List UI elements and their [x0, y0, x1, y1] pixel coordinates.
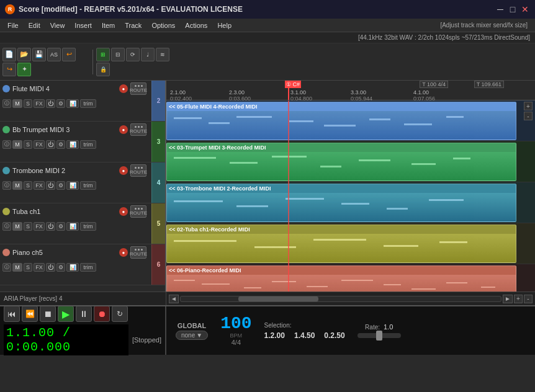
- toolbar-open[interactable]: 📂: [17, 48, 31, 61]
- record-button[interactable]: ⏺: [94, 306, 110, 322]
- track-solo-2[interactable]: S: [24, 140, 32, 149]
- menu-file[interactable]: File: [2, 20, 24, 30]
- track-mute-4[interactable]: M: [12, 222, 22, 231]
- track-clip-4[interactable]: << 02-Tuba ch1-Recorded MIDI: [166, 225, 516, 263]
- track-fx-5[interactable]: FX: [34, 263, 45, 272]
- track-pwr-3[interactable]: ⏻: [46, 181, 55, 190]
- track-io-1[interactable]: ⓘ: [2, 99, 11, 108]
- track-arm-2[interactable]: ●: [119, 125, 128, 134]
- track-io-4[interactable]: ⓘ: [2, 222, 11, 231]
- toolbar-save-as[interactable]: AS: [47, 48, 61, 61]
- ruler-label-2: 2.3.000:03.600: [229, 89, 251, 102]
- track-arm-1[interactable]: ●: [119, 84, 128, 93]
- skip-start-button[interactable]: ⏮: [4, 306, 20, 322]
- maximize-button[interactable]: □: [508, 4, 518, 14]
- track-mute-2[interactable]: M: [12, 140, 22, 149]
- track-solo-1[interactable]: S: [24, 99, 32, 108]
- track-route-2[interactable]: ROUTE: [130, 123, 146, 136]
- track-env-1[interactable]: ⚙: [56, 99, 65, 108]
- track-io-2[interactable]: ⓘ: [2, 140, 11, 149]
- menu-edit[interactable]: Edit: [24, 20, 45, 30]
- repeat-button[interactable]: ↻: [112, 306, 128, 322]
- scroll-left-btn[interactable]: ◄: [169, 295, 179, 303]
- track-fx-1[interactable]: FX: [34, 99, 45, 108]
- track-fx-3[interactable]: FX: [34, 181, 45, 190]
- menu-options[interactable]: Options: [146, 20, 180, 30]
- rate-slider[interactable]: [357, 333, 401, 338]
- stop-button[interactable]: ⏹: [40, 306, 56, 322]
- track-clip-1[interactable]: << 05-Flute MIDI 4-Recorded MIDI: [166, 102, 516, 140]
- toolbar-metro[interactable]: ♩: [141, 48, 155, 61]
- track-vol-1[interactable]: 📊: [66, 99, 79, 108]
- menu-help[interactable]: Help: [212, 20, 236, 30]
- track-arm-3[interactable]: ●: [119, 166, 128, 175]
- menu-actions[interactable]: Actions: [180, 20, 212, 30]
- track-trim-1[interactable]: trim: [80, 99, 96, 108]
- toolbar-snap[interactable]: ⊞: [96, 48, 110, 61]
- track-pwr-5[interactable]: ⏻: [46, 263, 55, 272]
- toolbar-ripple[interactable]: ≋: [156, 48, 169, 61]
- skip-back-button[interactable]: ⏪: [22, 306, 38, 322]
- menu-view[interactable]: View: [45, 20, 70, 30]
- track-mute-3[interactable]: M: [12, 181, 22, 190]
- track-route-3[interactable]: ROUTE: [130, 164, 146, 177]
- track-clip-2[interactable]: << 03-Trumpet MIDI 3-Recorded MIDI: [166, 143, 516, 181]
- h-scrollbar[interactable]: ◄ ► + -: [166, 292, 535, 305]
- track-mute-1[interactable]: M: [12, 99, 22, 108]
- toolbar-lock[interactable]: 🔒: [96, 63, 110, 76]
- scroll-right-btn[interactable]: ►: [503, 295, 513, 303]
- toolbar-cursor[interactable]: ✦: [17, 63, 31, 76]
- menu-track[interactable]: Track: [120, 20, 146, 30]
- toolbar-new[interactable]: 📄: [2, 48, 16, 61]
- pause-button[interactable]: ⏸: [76, 306, 92, 322]
- track-arm-4[interactable]: ●: [119, 207, 128, 216]
- track-pwr-2[interactable]: ⏻: [46, 140, 55, 149]
- toolbar-redo[interactable]: ↪: [2, 63, 16, 76]
- toolbar-undo[interactable]: ↩: [62, 48, 76, 61]
- track-fx-2[interactable]: FX: [34, 140, 45, 149]
- track-vol-2[interactable]: 📊: [66, 140, 79, 149]
- play-button[interactable]: ▶: [58, 306, 74, 322]
- track-arm-5[interactable]: ●: [119, 248, 128, 257]
- arrange-zoom-plus[interactable]: +: [514, 295, 523, 303]
- track-mute-5[interactable]: M: [12, 263, 22, 272]
- track-pwr-4[interactable]: ⏻: [46, 222, 55, 231]
- menu-insert[interactable]: Insert: [70, 20, 97, 30]
- track-route-1[interactable]: ROUTE: [130, 82, 146, 95]
- track-env-2[interactable]: ⚙: [56, 140, 65, 149]
- track-pwr-1[interactable]: ⏻: [46, 99, 55, 108]
- toolbar-grid[interactable]: ⊟: [111, 48, 125, 61]
- rate-thumb[interactable]: [376, 331, 382, 341]
- track-clip-3[interactable]: << 03-Trombone MIDI 2-Recorded MIDI: [166, 184, 516, 222]
- track-solo-3[interactable]: S: [24, 181, 32, 190]
- scroll-up-btn[interactable]: +: [524, 102, 533, 110]
- track-vol-5[interactable]: 📊: [66, 263, 79, 272]
- track-clip-5[interactable]: << 06-Piano-Recorded MIDI: [166, 265, 516, 292]
- track-trim-5[interactable]: trim: [80, 263, 96, 272]
- track-fx-4[interactable]: FX: [34, 222, 45, 231]
- menu-item[interactable]: Item: [97, 20, 120, 30]
- minimize-button[interactable]: ─: [495, 4, 505, 14]
- track-solo-4[interactable]: S: [24, 222, 32, 231]
- track-trim-2[interactable]: trim: [80, 140, 96, 149]
- track-trim-3[interactable]: trim: [80, 181, 96, 190]
- track-env-4[interactable]: ⚙: [56, 222, 65, 231]
- track-route-4[interactable]: ROUTE: [130, 205, 146, 218]
- track-trim-4[interactable]: trim: [80, 222, 96, 231]
- close-button[interactable]: ✕: [520, 4, 530, 14]
- track-env-5[interactable]: ⚙: [56, 263, 65, 272]
- track-io-5[interactable]: ⓘ: [2, 263, 11, 272]
- track-route-5[interactable]: ROUTE: [130, 246, 146, 259]
- track-io-3[interactable]: ⓘ: [2, 181, 11, 190]
- h-scroll-track[interactable]: [180, 296, 501, 302]
- track-env-3[interactable]: ⚙: [56, 181, 65, 190]
- toolbar-loop[interactable]: ⟳: [126, 48, 140, 61]
- track-vol-4[interactable]: 📊: [66, 222, 79, 231]
- h-scroll-thumb[interactable]: [238, 296, 318, 301]
- track-vol-3[interactable]: 📊: [66, 181, 79, 190]
- global-dropdown[interactable]: none ▼: [176, 331, 208, 340]
- track-solo-5[interactable]: S: [24, 263, 32, 272]
- scroll-down-btn[interactable]: -: [524, 112, 533, 120]
- arrange-zoom-minus[interactable]: -: [524, 295, 533, 303]
- toolbar-save[interactable]: 💾: [32, 48, 46, 61]
